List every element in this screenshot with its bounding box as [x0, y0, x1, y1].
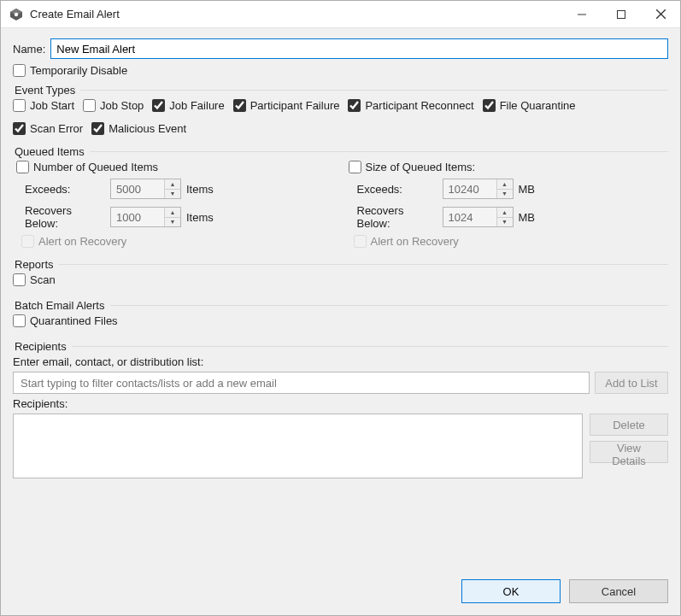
reports-scan-checkbox[interactable]: Scan	[13, 273, 56, 286]
event-types-title: Event Types	[13, 84, 80, 97]
spin-down-icon[interactable]: ▼	[497, 189, 513, 199]
spin-down-icon[interactable]: ▼	[165, 217, 180, 227]
spin-up-icon[interactable]: ▲	[165, 179, 180, 189]
spin-up-icon[interactable]: ▲	[497, 179, 513, 189]
recipients-list-label: Recipients:	[13, 397, 668, 410]
spin-down-icon[interactable]: ▼	[165, 189, 180, 199]
spin-down-icon[interactable]: ▼	[497, 217, 513, 227]
view-details-button[interactable]: View Details	[590, 441, 668, 463]
delete-button[interactable]: Delete	[590, 414, 668, 436]
queued-number-recovers-label: Recovers Below:	[13, 204, 105, 230]
queued-size-column: Size of Queued Items: Exceeds: ▲▼ MB Rec…	[345, 161, 669, 248]
queued-size-recovers-input[interactable]	[443, 208, 496, 226]
queued-size-recovers-spinner[interactable]: ▲▼	[443, 207, 514, 227]
titlebar: Create Email Alert	[1, 1, 680, 28]
spin-up-icon[interactable]: ▲	[497, 208, 513, 217]
event-type-file-quarantine[interactable]: File Quarantine	[483, 99, 576, 112]
recipients-enter-label: Enter email, contact, or distribution li…	[13, 355, 668, 368]
batch-quarantined-checkbox[interactable]: Quarantined Files	[13, 314, 118, 327]
window-title: Create Email Alert	[30, 8, 120, 21]
event-type-job-start[interactable]: Job Start	[13, 99, 74, 112]
event-type-job-failure[interactable]: Job Failure	[152, 99, 224, 112]
recipients-title: Recipients	[13, 340, 72, 353]
queued-number-column: Number of Queued Items Exceeds: ▲▼ Items…	[13, 161, 337, 248]
app-icon	[9, 8, 23, 21]
dialog-window: Create Email Alert Name: Temporarily Dis…	[0, 0, 681, 616]
queued-number-alert-recovery-checkbox: Alert on Recovery	[13, 235, 334, 248]
close-button[interactable]	[641, 1, 680, 27]
batch-email-alerts-section: Batch Email Alerts Quarantined Files	[13, 299, 668, 333]
queued-number-exceeds-input[interactable]	[111, 179, 164, 198]
recipients-section: Recipients Enter email, contact, or dist…	[13, 340, 668, 566]
queued-number-recovers-unit: Items	[186, 211, 224, 224]
queued-number-exceeds-unit: Items	[186, 183, 224, 196]
queued-size-exceeds-spinner[interactable]: ▲▼	[443, 179, 514, 199]
recipients-input[interactable]	[13, 372, 590, 394]
temporarily-disable-checkbox[interactable]: Temporarily Disable	[13, 64, 666, 77]
queued-items-title: Queued Items	[13, 145, 90, 158]
maximize-button[interactable]	[602, 1, 641, 27]
queued-number-checkbox[interactable]: Number of Queued Items	[13, 161, 334, 173]
queued-size-exceeds-input[interactable]	[443, 179, 496, 198]
event-type-participant-reconnect[interactable]: Participant Reconnect	[348, 99, 473, 112]
spin-up-icon[interactable]: ▲	[165, 208, 180, 217]
queued-number-exceeds-spinner[interactable]: ▲▼	[110, 179, 181, 199]
reports-section: Reports Scan	[13, 258, 668, 292]
name-row: Name:	[13, 38, 668, 59]
event-type-malicious-event[interactable]: Malicious Event	[91, 122, 186, 135]
batch-title: Batch Email Alerts	[13, 299, 110, 312]
queued-size-alert-recovery-checkbox: Alert on Recovery	[345, 235, 666, 248]
minimize-button[interactable]	[562, 1, 602, 27]
name-label: Name:	[13, 43, 45, 56]
event-types-grid: Job Start Job Stop Job Failure Participa…	[13, 99, 668, 135]
queued-size-exceeds-label: Exceeds:	[345, 183, 437, 196]
queued-number-recovers-spinner[interactable]: ▲▼	[110, 207, 181, 227]
temporarily-disable-label: Temporarily Disable	[30, 64, 127, 77]
event-type-scan-error[interactable]: Scan Error	[13, 122, 83, 135]
event-types-section: Event Types Job Start Job Stop Job Failu…	[13, 84, 668, 138]
dialog-footer: OK Cancel	[1, 572, 680, 615]
queued-number-exceeds-label: Exceeds:	[13, 183, 105, 196]
dialog-content: Name: Temporarily Disable Event Types Jo…	[1, 28, 680, 572]
queued-size-recovers-unit: MB	[519, 211, 556, 224]
queued-items-section: Queued Items Number of Queued Items Exce…	[13, 145, 668, 251]
reports-title: Reports	[13, 258, 59, 271]
queued-size-exceeds-unit: MB	[519, 183, 556, 196]
add-to-list-button[interactable]: Add to List	[595, 372, 668, 394]
cancel-button[interactable]: Cancel	[569, 579, 668, 603]
temporarily-disable-input[interactable]	[13, 64, 26, 77]
queued-size-checkbox[interactable]: Size of Queued Items:	[345, 161, 666, 173]
ok-button[interactable]: OK	[461, 579, 561, 603]
svg-point-2	[15, 12, 18, 15]
event-type-job-stop[interactable]: Job Stop	[83, 99, 144, 112]
queued-size-recovers-label: Recovers Below:	[345, 204, 437, 230]
recipients-listbox[interactable]	[13, 414, 583, 478]
queued-number-recovers-input[interactable]	[111, 208, 164, 226]
svg-rect-4	[618, 10, 625, 18]
name-input[interactable]	[50, 38, 668, 59]
event-type-participant-failure[interactable]: Participant Failure	[233, 99, 340, 112]
